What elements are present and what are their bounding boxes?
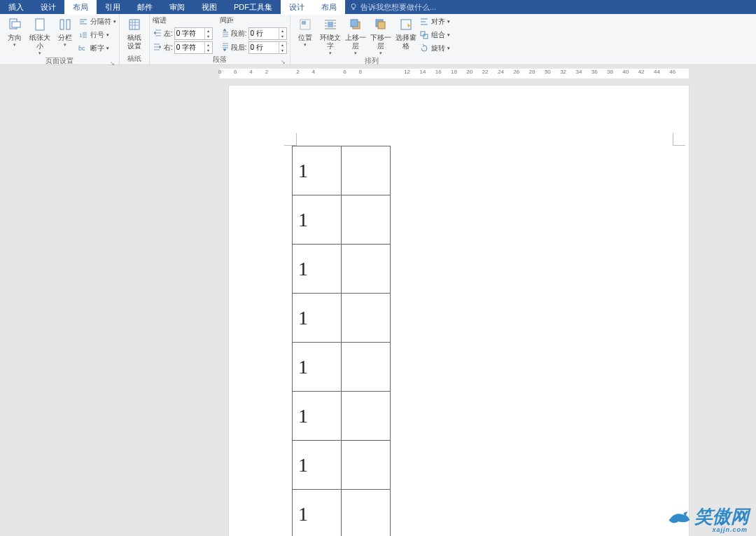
- indent-left-icon: [153, 28, 162, 39]
- align-icon: [419, 17, 429, 27]
- indent-right-spinner[interactable]: ▴▾: [174, 41, 213, 54]
- ruler-tick: 20: [466, 69, 472, 75]
- table-row[interactable]: 1: [293, 294, 391, 343]
- tab-table-design[interactable]: 设计: [281, 0, 313, 15]
- columns-button[interactable]: 分栏▾: [53, 15, 77, 48]
- wrap-text-icon: [323, 17, 338, 32]
- spacing-after-input[interactable]: [249, 44, 279, 52]
- tab-insert[interactable]: 插入: [0, 0, 32, 15]
- spacing-before-icon: [220, 28, 230, 39]
- table-cell[interactable]: 1: [293, 490, 342, 537]
- svg-text:1: 1: [79, 32, 83, 39]
- table-cell[interactable]: 1: [293, 195, 342, 245]
- ruler-tick: 38: [607, 69, 613, 75]
- rotate-button[interactable]: 旋转▾: [419, 42, 450, 55]
- breaks-icon: [78, 17, 88, 27]
- group-button[interactable]: 组合▾: [419, 29, 450, 41]
- group-paragraph: 缩进 左: ▴▾ 右: ▴▾ 间距 段前: ▴▾: [150, 14, 290, 64]
- tab-table-layout[interactable]: 布局: [313, 0, 345, 15]
- table-row[interactable]: 1: [293, 146, 391, 195]
- size-button[interactable]: 纸张大小▾: [28, 15, 52, 56]
- table-cell[interactable]: 1: [293, 146, 342, 195]
- line-numbers-icon: 1: [78, 30, 88, 40]
- svg-rect-15: [378, 22, 385, 29]
- ruler-tick: 28: [529, 69, 536, 75]
- group-label-paragraph[interactable]: 段落: [153, 55, 287, 65]
- bring-forward-button[interactable]: 上移一层▾: [344, 15, 368, 56]
- hyphenation-icon: bc: [78, 43, 88, 53]
- spacing-after-icon: [220, 42, 230, 53]
- table-cell[interactable]: [342, 392, 391, 441]
- table-cell[interactable]: [342, 245, 391, 294]
- orientation-button[interactable]: 方向▾: [3, 15, 27, 48]
- wrap-text-button[interactable]: 环绕文字▾: [318, 15, 342, 56]
- ruler-tick: 14: [419, 69, 426, 75]
- bring-forward-icon: [348, 17, 363, 32]
- selection-pane-icon: [398, 17, 414, 32]
- tab-pdf-tools[interactable]: PDF工具集: [225, 0, 281, 15]
- table-cell[interactable]: [342, 441, 391, 490]
- indent-left-input[interactable]: [175, 30, 204, 38]
- svg-rect-2: [12, 22, 20, 27]
- ruler-tick: 8: [358, 69, 361, 75]
- svg-rect-11: [328, 22, 333, 27]
- svg-rect-5: [66, 20, 70, 29]
- table-row[interactable]: 1: [293, 392, 391, 441]
- ruler-tick: 30: [545, 69, 551, 75]
- tell-me-search[interactable]: 告诉我您想要做什么...: [349, 2, 436, 13]
- tab-review[interactable]: 审阅: [161, 0, 193, 15]
- table-cell[interactable]: [342, 490, 391, 537]
- indent-right-input[interactable]: [175, 44, 204, 52]
- ruler-tick: 18: [451, 69, 457, 75]
- svg-text:bc: bc: [78, 45, 85, 52]
- spacing-after-spinner[interactable]: ▴▾: [248, 41, 287, 54]
- table-cell[interactable]: [342, 195, 391, 245]
- spacing-before-spinner[interactable]: ▴▾: [248, 27, 287, 40]
- manuscript-button[interactable]: 稿纸设置: [122, 15, 146, 50]
- line-numbers-button[interactable]: 1 行号▾: [78, 29, 116, 41]
- margin-corner-tr: [673, 133, 685, 146]
- spacing-heading: 间距: [220, 15, 287, 27]
- table-row[interactable]: 1: [293, 343, 391, 392]
- table-row[interactable]: 1: [293, 490, 391, 537]
- horizontal-ruler[interactable]: 8642246812141618202224262830323436384042…: [220, 69, 689, 78]
- document-page[interactable]: 11111111: [229, 85, 689, 536]
- breaks-button[interactable]: 分隔符▾: [78, 15, 116, 28]
- table-cell[interactable]: 1: [293, 343, 342, 392]
- table-cell[interactable]: 1: [293, 392, 342, 441]
- table-cell[interactable]: [342, 294, 391, 343]
- table-row[interactable]: 1: [293, 441, 391, 490]
- table-cell[interactable]: [342, 146, 391, 195]
- group-label-page-setup[interactable]: 页面设置: [3, 56, 116, 67]
- group-arrange: 位置▾ 环绕文字▾ 上移一层▾ 下移一层▾ 选择窗格 对齐▾: [290, 14, 453, 64]
- table-cell[interactable]: 1: [293, 245, 342, 294]
- document-table[interactable]: 11111111: [292, 146, 391, 536]
- indent-left-spinner[interactable]: ▴▾: [174, 27, 213, 40]
- tab-layout[interactable]: 布局: [64, 0, 97, 15]
- svg-rect-3: [36, 19, 44, 30]
- tab-design[interactable]: 设计: [32, 0, 64, 15]
- align-button[interactable]: 对齐▾: [419, 15, 450, 28]
- svg-rect-10: [302, 21, 306, 25]
- table-row[interactable]: 1: [293, 195, 391, 245]
- ruler-tick: 40: [622, 69, 629, 75]
- tab-view[interactable]: 视图: [193, 0, 225, 15]
- indent-right-icon: [153, 42, 162, 53]
- group-page-setup: 方向▾ 纸张大小▾ 分栏▾ 分隔符▾ 1 行号▾ bc: [0, 14, 120, 64]
- position-button[interactable]: 位置▾: [293, 15, 317, 48]
- table-cell[interactable]: 1: [293, 294, 342, 343]
- selection-pane-button[interactable]: 选择窗格: [394, 15, 418, 50]
- spacing-before-input[interactable]: [249, 30, 279, 38]
- ruler-tick: 4: [312, 69, 315, 75]
- hyphenation-button[interactable]: bc 断字▾: [78, 42, 116, 55]
- tab-references[interactable]: 引用: [97, 0, 129, 15]
- tab-mailings[interactable]: 邮件: [129, 0, 161, 15]
- orientation-icon: [7, 17, 22, 32]
- group-label-arrange: 排列: [293, 56, 450, 67]
- margin-corner-tl: [284, 133, 297, 146]
- table-cell[interactable]: 1: [293, 441, 342, 490]
- table-cell[interactable]: [342, 343, 391, 392]
- table-row[interactable]: 1: [293, 245, 391, 294]
- send-backward-icon: [373, 17, 388, 32]
- send-backward-button[interactable]: 下移一层▾: [369, 15, 393, 56]
